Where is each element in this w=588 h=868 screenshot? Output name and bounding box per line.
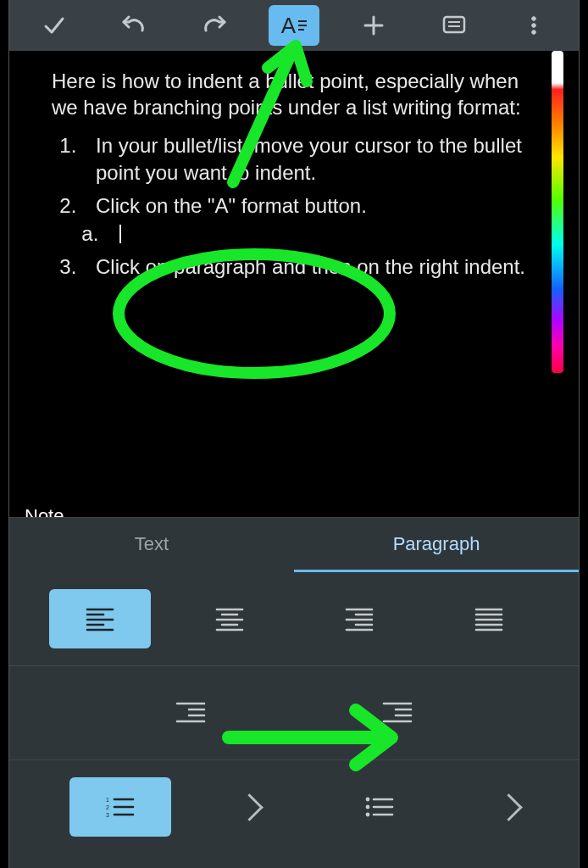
svg-point-5 <box>532 17 536 21</box>
align-justify-button[interactable] <box>438 589 540 648</box>
svg-point-6 <box>532 24 536 28</box>
redo-button[interactable] <box>189 5 240 46</box>
color-scrollbar[interactable] <box>552 51 563 373</box>
chevron-right-icon <box>236 793 263 821</box>
list-item: Click on the "A" format button. <box>82 192 545 247</box>
svg-text:2: 2 <box>106 804 109 810</box>
increase-indent-button[interactable] <box>347 683 448 743</box>
svg-point-42 <box>365 798 369 802</box>
format-lines-icon <box>298 20 307 31</box>
add-button[interactable] <box>348 5 399 46</box>
list-row: 1 2 3 <box>9 760 579 854</box>
format-letter: A <box>281 13 296 39</box>
svg-rect-2 <box>444 17 464 32</box>
note-label: Note <box>25 505 64 518</box>
decrease-indent-button[interactable] <box>140 683 241 743</box>
sub-list-item <box>104 220 545 247</box>
bulleted-list-expand[interactable] <box>499 798 519 817</box>
undo-button[interactable] <box>108 5 159 46</box>
svg-point-7 <box>532 31 536 35</box>
more-menu-button[interactable] <box>508 5 559 46</box>
align-right-button[interactable] <box>308 589 410 648</box>
tab-text[interactable]: Text <box>9 518 294 572</box>
top-toolbar: A <box>9 0 579 51</box>
numbered-list-button[interactable]: 1 2 3 <box>69 777 171 837</box>
svg-point-46 <box>365 813 369 817</box>
svg-text:1: 1 <box>106 797 109 803</box>
svg-point-44 <box>365 805 369 810</box>
confirm-button[interactable] <box>29 5 80 46</box>
list-item: Click on paragraph and then on the right… <box>82 253 545 280</box>
numbered-list-expand[interactable] <box>240 798 259 817</box>
chevron-right-icon <box>495 793 523 821</box>
indent-row <box>9 666 579 760</box>
align-left-button[interactable] <box>49 589 151 648</box>
comment-button[interactable] <box>429 5 480 46</box>
note-row: Note <box>9 483 579 518</box>
panel-tabs: Text Paragraph <box>9 518 579 572</box>
bulleted-list-button[interactable] <box>329 777 430 837</box>
sub-list <box>104 220 545 247</box>
text-cursor <box>119 225 121 243</box>
format-panel: Text Paragraph <box>9 518 579 868</box>
numbered-list: In your bullet/list, move your cursor to… <box>82 132 545 280</box>
svg-text:3: 3 <box>106 812 109 818</box>
list-item: In your bullet/list, move your cursor to… <box>82 132 545 185</box>
text-format-button[interactable]: A <box>269 5 319 46</box>
alignment-row <box>9 572 579 666</box>
document-body[interactable]: Here is how to indent a bullet point, es… <box>9 51 579 483</box>
tab-paragraph[interactable]: Paragraph <box>294 518 579 572</box>
align-center-button[interactable] <box>179 589 280 648</box>
intro-paragraph: Here is how to indent a bullet point, es… <box>52 68 545 120</box>
